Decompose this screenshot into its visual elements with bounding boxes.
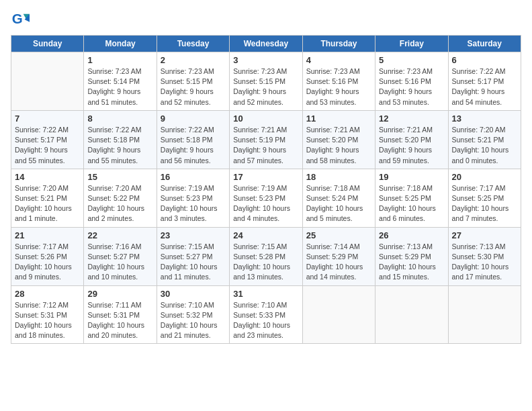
day-number: 31 [233, 289, 298, 299]
calendar-week-row: 14 Sunrise: 7:20 AMSunset: 5:21 PMDaylig… [11, 169, 521, 227]
day-info: Sunrise: 7:13 AMSunset: 5:29 PMDaylight:… [379, 242, 444, 283]
day-info: Sunrise: 7:15 AMSunset: 5:27 PMDaylight:… [161, 242, 226, 283]
day-number: 3 [233, 55, 298, 65]
day-info: Sunrise: 7:18 AMSunset: 5:25 PMDaylight:… [379, 183, 444, 224]
day-info: Sunrise: 7:23 AMSunset: 5:16 PMDaylight:… [306, 66, 371, 107]
day-number: 18 [306, 172, 371, 182]
calendar-cell: 13 Sunrise: 7:20 AMSunset: 5:21 PMDaylig… [448, 110, 521, 169]
day-number: 17 [233, 172, 298, 182]
day-number: 2 [161, 55, 226, 65]
calendar-table: SundayMondayTuesdayWednesdayThursdayFrid… [11, 35, 521, 344]
calendar-cell: 25 Sunrise: 7:14 AMSunset: 5:29 PMDaylig… [302, 227, 375, 285]
day-info: Sunrise: 7:19 AMSunset: 5:23 PMDaylight:… [233, 183, 298, 224]
svg-text:G: G [12, 11, 23, 26]
logo: G [11, 11, 32, 30]
day-number: 19 [379, 172, 444, 182]
day-header-sunday: Sunday [11, 36, 84, 52]
day-number: 4 [306, 55, 371, 65]
day-info: Sunrise: 7:21 AMSunset: 5:20 PMDaylight:… [379, 125, 444, 166]
calendar-cell: 6 Sunrise: 7:22 AMSunset: 5:17 PMDayligh… [448, 52, 521, 111]
calendar-cell: 26 Sunrise: 7:13 AMSunset: 5:29 PMDaylig… [375, 227, 448, 285]
calendar-cell: 27 Sunrise: 7:13 AMSunset: 5:30 PMDaylig… [448, 227, 521, 285]
day-info: Sunrise: 7:16 AMSunset: 5:27 PMDaylight:… [87, 242, 152, 283]
calendar-cell: 30 Sunrise: 7:10 AMSunset: 5:32 PMDaylig… [157, 285, 229, 344]
day-number: 6 [452, 55, 517, 65]
day-number: 27 [452, 230, 517, 240]
calendar-cell: 20 Sunrise: 7:17 AMSunset: 5:25 PMDaylig… [448, 169, 521, 227]
day-number: 25 [306, 230, 371, 240]
day-info: Sunrise: 7:22 AMSunset: 5:18 PMDaylight:… [87, 125, 152, 166]
calendar-cell: 18 Sunrise: 7:18 AMSunset: 5:24 PMDaylig… [302, 169, 375, 227]
day-info: Sunrise: 7:11 AMSunset: 5:31 PMDaylight:… [87, 300, 152, 341]
day-info: Sunrise: 7:18 AMSunset: 5:24 PMDaylight:… [306, 183, 371, 224]
day-number: 7 [15, 113, 80, 124]
calendar-cell: 31 Sunrise: 7:10 AMSunset: 5:33 PMDaylig… [230, 285, 302, 344]
day-info: Sunrise: 7:12 AMSunset: 5:31 PMDaylight:… [15, 300, 80, 341]
day-info: Sunrise: 7:10 AMSunset: 5:32 PMDaylight:… [161, 300, 226, 341]
calendar-cell: 23 Sunrise: 7:15 AMSunset: 5:27 PMDaylig… [157, 227, 229, 285]
day-info: Sunrise: 7:23 AMSunset: 5:14 PMDaylight:… [87, 66, 152, 107]
calendar-week-row: 21 Sunrise: 7:17 AMSunset: 5:26 PMDaylig… [11, 227, 521, 285]
calendar-cell: 16 Sunrise: 7:19 AMSunset: 5:23 PMDaylig… [157, 169, 229, 227]
day-number: 12 [379, 113, 444, 124]
day-number: 13 [452, 113, 517, 124]
calendar-cell: 14 Sunrise: 7:20 AMSunset: 5:21 PMDaylig… [11, 169, 84, 227]
day-header-saturday: Saturday [448, 36, 521, 52]
day-info: Sunrise: 7:19 AMSunset: 5:23 PMDaylight:… [161, 183, 226, 224]
day-number: 5 [379, 55, 444, 65]
calendar-header-row: SundayMondayTuesdayWednesdayThursdayFrid… [11, 36, 521, 52]
calendar-cell: 2 Sunrise: 7:23 AMSunset: 5:15 PMDayligh… [157, 52, 229, 111]
calendar-cell: 11 Sunrise: 7:21 AMSunset: 5:20 PMDaylig… [302, 110, 375, 169]
day-number: 26 [379, 230, 444, 240]
day-info: Sunrise: 7:21 AMSunset: 5:20 PMDaylight:… [306, 125, 371, 166]
calendar-cell [448, 285, 521, 344]
day-info: Sunrise: 7:13 AMSunset: 5:30 PMDaylight:… [452, 242, 517, 283]
day-number: 28 [15, 289, 80, 299]
calendar-cell: 28 Sunrise: 7:12 AMSunset: 5:31 PMDaylig… [11, 285, 84, 344]
calendar-cell: 5 Sunrise: 7:23 AMSunset: 5:16 PMDayligh… [375, 52, 448, 111]
day-header-friday: Friday [375, 36, 448, 52]
day-number: 20 [452, 172, 517, 182]
day-number: 22 [87, 230, 152, 240]
day-header-wednesday: Wednesday [230, 36, 302, 52]
calendar-cell: 29 Sunrise: 7:11 AMSunset: 5:31 PMDaylig… [84, 285, 157, 344]
calendar-cell [11, 52, 84, 111]
calendar-cell: 21 Sunrise: 7:17 AMSunset: 5:26 PMDaylig… [11, 227, 84, 285]
day-info: Sunrise: 7:23 AMSunset: 5:15 PMDaylight:… [161, 66, 226, 107]
day-info: Sunrise: 7:22 AMSunset: 5:17 PMDaylight:… [15, 125, 80, 166]
day-number: 14 [15, 172, 80, 182]
day-info: Sunrise: 7:21 AMSunset: 5:19 PMDaylight:… [233, 125, 298, 166]
day-number: 29 [87, 289, 152, 299]
day-number: 11 [306, 113, 371, 124]
logo-icon: G [11, 11, 30, 30]
day-info: Sunrise: 7:20 AMSunset: 5:21 PMDaylight:… [452, 125, 517, 166]
day-info: Sunrise: 7:10 AMSunset: 5:33 PMDaylight:… [233, 300, 298, 341]
calendar-cell: 19 Sunrise: 7:18 AMSunset: 5:25 PMDaylig… [375, 169, 448, 227]
calendar-week-row: 7 Sunrise: 7:22 AMSunset: 5:17 PMDayligh… [11, 110, 521, 169]
day-number: 24 [233, 230, 298, 240]
calendar-cell: 1 Sunrise: 7:23 AMSunset: 5:14 PMDayligh… [84, 52, 157, 111]
day-number: 23 [161, 230, 226, 240]
day-number: 15 [87, 172, 152, 182]
calendar-cell: 10 Sunrise: 7:21 AMSunset: 5:19 PMDaylig… [230, 110, 302, 169]
day-header-thursday: Thursday [302, 36, 375, 52]
day-number: 8 [87, 113, 152, 124]
calendar-cell: 9 Sunrise: 7:22 AMSunset: 5:18 PMDayligh… [157, 110, 229, 169]
calendar-cell: 15 Sunrise: 7:20 AMSunset: 5:22 PMDaylig… [84, 169, 157, 227]
calendar-cell [302, 285, 375, 344]
calendar-cell: 7 Sunrise: 7:22 AMSunset: 5:17 PMDayligh… [11, 110, 84, 169]
day-info: Sunrise: 7:17 AMSunset: 5:25 PMDaylight:… [452, 183, 517, 224]
calendar-cell: 12 Sunrise: 7:21 AMSunset: 5:20 PMDaylig… [375, 110, 448, 169]
day-number: 16 [161, 172, 226, 182]
day-info: Sunrise: 7:22 AMSunset: 5:17 PMDaylight:… [452, 66, 517, 107]
calendar-cell: 4 Sunrise: 7:23 AMSunset: 5:16 PMDayligh… [302, 52, 375, 111]
day-info: Sunrise: 7:23 AMSunset: 5:15 PMDaylight:… [233, 66, 298, 107]
calendar-cell: 3 Sunrise: 7:23 AMSunset: 5:15 PMDayligh… [230, 52, 302, 111]
calendar-cell: 24 Sunrise: 7:15 AMSunset: 5:28 PMDaylig… [230, 227, 302, 285]
page-header: G [11, 11, 521, 30]
day-info: Sunrise: 7:15 AMSunset: 5:28 PMDaylight:… [233, 242, 298, 283]
calendar-cell: 17 Sunrise: 7:19 AMSunset: 5:23 PMDaylig… [230, 169, 302, 227]
day-number: 30 [161, 289, 226, 299]
day-info: Sunrise: 7:17 AMSunset: 5:26 PMDaylight:… [15, 242, 80, 283]
day-info: Sunrise: 7:20 AMSunset: 5:21 PMDaylight:… [15, 183, 80, 224]
